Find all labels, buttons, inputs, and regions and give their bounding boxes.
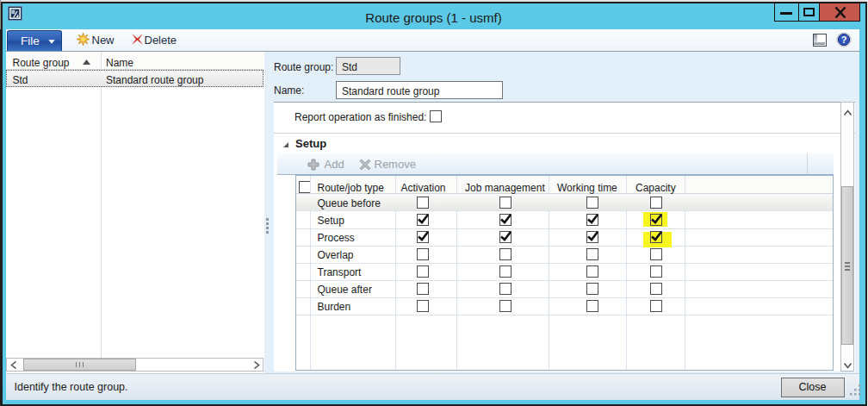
svg-text:?: ? [841, 34, 847, 45]
